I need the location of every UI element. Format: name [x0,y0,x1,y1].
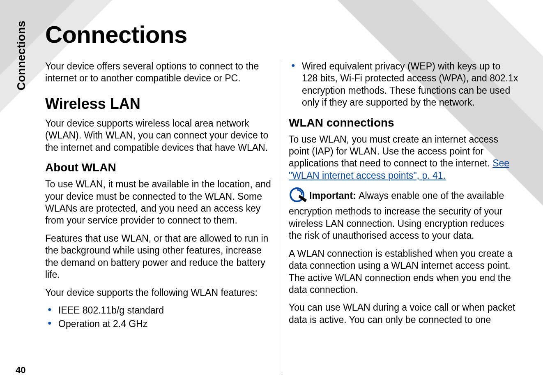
important-note: Important: Always enable one of the avai… [289,187,518,242]
list-item: IEEE 802.11b/g standard [55,304,275,316]
page-content: Connections Your device offers several o… [45,12,518,380]
list-item: Wired equivalent privacy (WEP) with keys… [299,60,518,109]
about-wlan-para-3: Your device supports the following WLAN … [45,287,275,299]
wlan-connections-para-1-text: To use WLAN, you must create an internet… [289,134,498,169]
important-icon [289,187,308,205]
wireless-lan-paragraph: Your device supports wireless local area… [45,118,275,154]
list-item: Operation at 2.4 GHz [55,318,275,330]
heading-wlan-connections: WLAN connections [289,115,518,130]
wlan-features-list-cont: Wired equivalent privacy (WEP) with keys… [289,60,518,109]
about-wlan-para-2: Features that use WLAN, or that are allo… [45,233,275,281]
sidebar: Connections [15,8,31,384]
important-label: Important: [309,190,359,201]
page-number: 40 [16,365,25,376]
about-wlan-para-1: To use WLAN, it must be available in the… [45,178,275,227]
wlan-features-list: IEEE 802.11b/g standard Operation at 2.4… [45,304,275,330]
sidebar-section-label: Connections [15,0,28,90]
wlan-connections-para-2: A WLAN connection is established when yo… [289,248,518,296]
text-columns: Your device offers several options to co… [45,60,518,373]
wlan-connections-para-3: You can use WLAN during a voice call or … [289,302,518,326]
wlan-connections-para-1: To use WLAN, you must create an internet… [289,134,518,182]
page-title: Connections [45,21,518,48]
heading-about-wlan: About WLAN [45,160,275,175]
intro-paragraph: Your device offers several options to co… [45,60,275,85]
heading-wireless-lan: Wireless LAN [45,95,275,113]
